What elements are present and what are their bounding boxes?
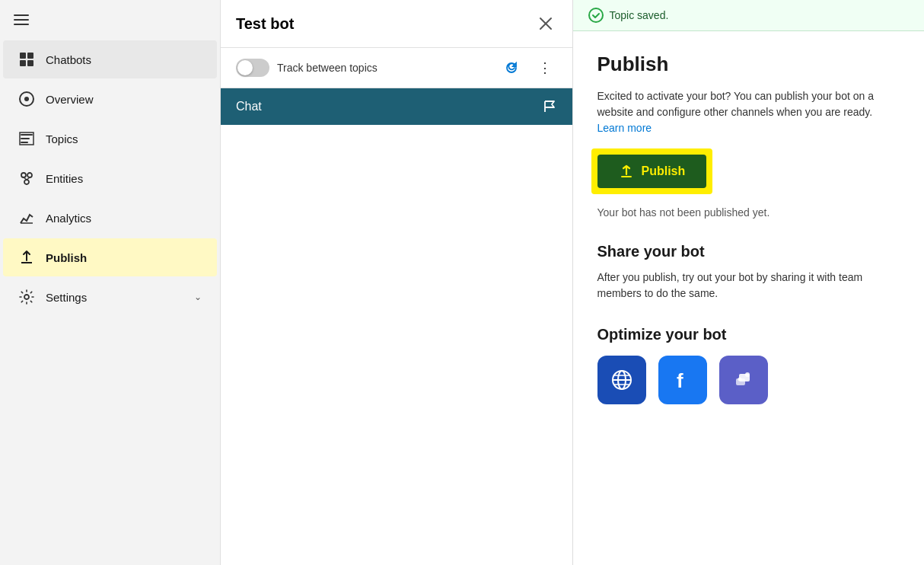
svg-rect-4	[27, 53, 33, 59]
svg-rect-9	[21, 134, 33, 136]
sidebar-item-topics[interactable]: Topics	[3, 120, 217, 158]
svg-point-21	[589, 8, 603, 22]
svg-rect-6	[27, 60, 33, 66]
svg-point-32	[738, 378, 741, 381]
sidebar: Chatbots Overview Topics	[0, 0, 221, 565]
track-toggle-container: Track between topics	[236, 59, 378, 77]
sidebar-item-publish-label: Publish	[46, 251, 202, 264]
chat-label: Chat	[236, 100, 542, 113]
topics-icon	[18, 130, 35, 147]
publish-page-title: Publish	[597, 53, 900, 76]
flag-icon[interactable]	[542, 99, 557, 114]
svg-rect-1	[14, 19, 29, 21]
svg-rect-22	[621, 176, 632, 177]
optimize-icons-row: f	[597, 356, 900, 404]
optimize-your-bot-title: Optimize your bot	[597, 326, 900, 343]
svg-rect-3	[20, 53, 26, 59]
publish-description: Excited to activate your bot? You can pu…	[597, 88, 900, 136]
sidebar-item-publish[interactable]: Publish	[3, 238, 217, 276]
svg-point-18	[24, 295, 29, 299]
svg-point-8	[24, 97, 29, 101]
sidebar-item-overview-label: Overview	[46, 93, 202, 106]
chat-body	[221, 125, 572, 565]
website-icon-box[interactable]	[597, 356, 646, 404]
right-panel-content: Publish Excited to activate your bot? Yo…	[573, 31, 925, 565]
publish-button-wrapper: Publish	[597, 155, 707, 188]
svg-point-13	[27, 173, 32, 177]
svg-line-15	[24, 177, 27, 180]
svg-line-16	[27, 177, 30, 180]
svg-rect-10	[21, 138, 30, 139]
sidebar-item-analytics-label: Analytics	[46, 212, 202, 225]
svg-text:f: f	[677, 369, 683, 392]
share-description: After you publish, try out your bot by s…	[597, 270, 900, 302]
not-published-text: Your bot has not been published yet.	[597, 206, 900, 219]
close-button[interactable]	[534, 12, 557, 35]
facebook-icon-box[interactable]: f	[658, 356, 707, 404]
sidebar-item-settings[interactable]: Settings ⌄	[3, 278, 217, 316]
chat-header: Chat	[221, 88, 572, 125]
sidebar-item-settings-label: Settings	[46, 291, 183, 304]
test-bot-title: Test bot	[236, 15, 534, 33]
svg-rect-11	[21, 142, 28, 143]
svg-point-12	[21, 173, 26, 177]
track-label: Track between topics	[277, 62, 378, 74]
track-toggle[interactable]	[236, 59, 269, 77]
sidebar-item-chatbots[interactable]: Chatbots	[3, 40, 217, 78]
sidebar-item-entities[interactable]: Entities	[3, 159, 217, 197]
share-your-bot-title: Share your bot	[597, 243, 900, 260]
right-panel: Topic saved. Publish Excited to activate…	[573, 0, 925, 565]
more-options-button[interactable]: ⋮	[533, 56, 557, 80]
svg-rect-2	[14, 24, 29, 25]
publish-desc-text: Excited to activate your bot? You can pu…	[597, 90, 874, 118]
svg-rect-5	[20, 60, 26, 66]
hamburger-menu[interactable]	[0, 0, 220, 40]
sidebar-item-analytics[interactable]: Analytics	[3, 199, 217, 237]
svg-point-31	[745, 372, 750, 377]
publish-button[interactable]: Publish	[597, 155, 707, 188]
learn-more-link[interactable]: Learn more	[597, 122, 652, 134]
check-circle-icon	[588, 8, 604, 23]
test-bot-header: Test bot	[221, 0, 572, 48]
sidebar-item-topics-label: Topics	[46, 132, 202, 145]
topic-saved-text: Topic saved.	[610, 9, 669, 21]
toggle-knob	[237, 60, 253, 75]
chatbots-icon	[18, 51, 35, 68]
svg-point-14	[24, 180, 29, 184]
test-bot-controls: Track between topics ⋮	[221, 48, 572, 88]
publish-icon	[18, 249, 35, 266]
topic-saved-banner: Topic saved.	[573, 0, 925, 31]
svg-rect-0	[14, 14, 29, 16]
analytics-icon	[18, 209, 35, 226]
overview-icon	[18, 91, 35, 107]
teams-icon-box[interactable]	[719, 356, 768, 404]
publish-button-label: Publish	[642, 164, 686, 178]
sidebar-item-entities-label: Entities	[46, 172, 202, 185]
sidebar-item-chatbots-label: Chatbots	[46, 53, 202, 66]
entities-icon	[18, 170, 35, 187]
settings-icon	[18, 289, 35, 305]
chevron-down-icon: ⌄	[194, 292, 202, 302]
refresh-button[interactable]	[499, 56, 524, 80]
test-bot-panel: Test bot Track between topics ⋮ Chat	[221, 0, 573, 565]
sidebar-item-overview[interactable]: Overview	[3, 80, 217, 118]
